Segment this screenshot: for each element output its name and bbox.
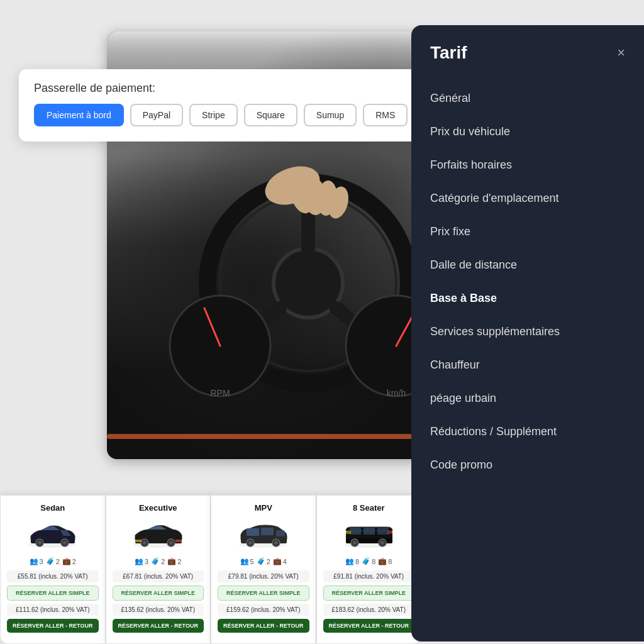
vehicle-name-mpv: MPV — [218, 503, 309, 513]
vehicle-img-sedan — [7, 518, 99, 552]
vehicle-specs-mpv: 👥 5 🧳 2 💼 4 — [218, 557, 309, 565]
panel-title: Tarif — [430, 43, 467, 63]
menu-item-vehicle-price[interactable]: Prix du véhicule — [430, 115, 625, 148]
book-one-way-8s[interactable]: RÉSERVER ALLER SIMPLE — [323, 586, 415, 601]
menu-item-reductions[interactable]: Réductions / Supplément — [430, 415, 625, 448]
svg-point-28 — [143, 541, 147, 545]
price-one-way-mpv: £79.81 (inclus. 20% VAT) — [218, 570, 309, 582]
vehicle-name-executive: Executive — [113, 503, 204, 513]
svg-point-30 — [169, 541, 173, 545]
menu-item-extra-services[interactable]: Services supplémentaires — [430, 315, 625, 348]
vehicle-img-mpv — [218, 518, 309, 552]
book-return-mpv[interactable]: RÉSERVER ALLER - RETOUR — [218, 619, 309, 633]
vehicle-card-8seater: 8 Seater 👥 8 🧳 8 💼 8 £91 — [316, 495, 422, 644]
menu-item-fixed-price[interactable]: Prix fixe — [430, 215, 625, 248]
price-return-exec: £135.62 (inclus. 20% VAT) — [113, 604, 204, 616]
svg-rect-39 — [247, 528, 259, 536]
payment-btn-rms[interactable]: RMS — [363, 104, 408, 126]
price-one-way-8s: £91.81 (inclus. 20% VAT) — [323, 570, 415, 582]
panel-header: Tarif × — [430, 43, 625, 63]
spec-passengers-exec: 👥 3 — [135, 557, 148, 565]
vehicle-specs-executive: 👥 3 🧳 2 💼 2 — [113, 557, 204, 565]
tarif-side-panel: Tarif × Général Prix du véhicule Forfait… — [411, 25, 644, 641]
spec-bags-small: 🧳 2 — [46, 557, 60, 565]
payment-gateway-card: Passerelle de paiement: Paiement à bord … — [19, 69, 434, 142]
vehicle-img-8seater — [323, 518, 415, 552]
vehicle-specs-8seater: 👥 8 🧳 8 💼 8 — [323, 557, 415, 565]
seater-car-svg — [342, 522, 396, 548]
svg-text:km/h: km/h — [387, 388, 406, 398]
svg-point-46 — [353, 541, 357, 545]
spec-bags-small-mpv: 🧳 2 — [257, 557, 270, 565]
svg-rect-49 — [350, 528, 361, 535]
svg-point-38 — [274, 541, 278, 545]
sedan-car-svg — [26, 522, 79, 548]
menu-item-promo[interactable]: Code promo — [430, 448, 625, 482]
spec-bags-large-8s: 💼 8 — [378, 557, 392, 565]
payment-btn-bord[interactable]: Paiement à bord — [34, 104, 124, 126]
spec-bags-small-8s: 🧳 8 — [362, 557, 375, 565]
payment-btn-square[interactable]: Square — [244, 104, 297, 126]
book-return-sedan[interactable]: RÉSERVER ALLER - RETOUR — [7, 619, 99, 633]
book-one-way-mpv[interactable]: RÉSERVER ALLER SIMPLE — [218, 586, 309, 601]
price-return-mpv: £159.62 (inclus. 20% VAT) — [218, 604, 309, 616]
menu-item-general[interactable]: Général — [430, 82, 625, 115]
svg-rect-51 — [377, 528, 389, 535]
vehicle-card-sedan: Sedan 👥 3 🧳 2 💼 2 £55.81 (inclus. 20% VA… — [0, 495, 106, 644]
book-one-way-sedan[interactable]: RÉSERVER ALLER SIMPLE — [7, 586, 99, 601]
price-return-sedan: £111.62 (inclus. 20% VAT) — [7, 604, 99, 616]
book-one-way-exec[interactable]: RÉSERVER ALLER SIMPLE — [113, 586, 204, 601]
vehicle-cards-container: Sedan 👥 3 🧳 2 💼 2 £55.81 (inclus. 20% VA… — [0, 495, 421, 644]
book-return-8s[interactable]: RÉSERVER ALLER - RETOUR — [323, 619, 415, 633]
payment-btn-stripe[interactable]: Stripe — [189, 104, 238, 126]
spec-passengers: 👥 3 — [30, 557, 43, 565]
payment-btn-sumup[interactable]: Sumup — [304, 104, 357, 126]
spec-passengers-8s: 👥 8 — [345, 557, 359, 565]
svg-rect-52 — [346, 531, 351, 534]
price-one-way-exec: £67.81 (inclus. 20% VAT) — [113, 570, 204, 582]
menu-item-hourly[interactable]: Forfaits horaires — [430, 148, 625, 182]
menu-item-urban-toll[interactable]: péage urbain — [430, 382, 625, 415]
close-panel-button[interactable]: × — [617, 45, 625, 61]
svg-point-22 — [38, 541, 42, 545]
price-return-8s: £183.62 (inclus. 20% VAT) — [323, 604, 415, 616]
svg-rect-31 — [135, 540, 142, 542]
menu-item-location-cat[interactable]: Catégorie d'emplacement — [430, 182, 625, 215]
executive-car-svg — [131, 522, 185, 548]
spec-passengers-mpv: 👥 5 — [240, 557, 254, 565]
payment-buttons-container: Paiement à bord PayPal Stripe Square Sum… — [34, 104, 419, 126]
price-one-way-sedan: £55.81 (inclus. 20% VAT) — [7, 570, 99, 582]
vehicle-name-8seater: 8 Seater — [323, 503, 415, 513]
spec-bags-large: 💼 2 — [62, 557, 76, 565]
svg-point-48 — [380, 541, 384, 545]
menu-item-base-to-base[interactable]: Base à Base — [430, 282, 625, 315]
svg-rect-41 — [276, 530, 285, 536]
payment-label: Passerelle de paiement: — [34, 82, 419, 95]
vehicle-specs-sedan: 👥 3 🧳 2 💼 2 — [7, 557, 99, 565]
spec-bags-large-mpv: 💼 4 — [273, 557, 287, 565]
book-return-exec[interactable]: RÉSERVER ALLER - RETOUR — [113, 619, 204, 633]
spec-bags-small-exec: 🧳 2 — [151, 557, 165, 565]
svg-point-24 — [63, 541, 67, 545]
menu-item-chauffeur[interactable]: Chauffeur — [430, 348, 625, 382]
svg-rect-40 — [261, 528, 274, 535]
vehicle-name-sedan: Sedan — [7, 503, 99, 513]
payment-btn-paypal[interactable]: PayPal — [130, 104, 183, 126]
vehicle-card-mpv: MPV 👥 5 🧳 2 💼 4 £79.81 (inclus. 20% VAT)… — [211, 495, 316, 644]
svg-text:RPM: RPM — [210, 388, 230, 398]
vehicle-card-executive: Executive 👥 3 🧳 2 💼 2 £67.81 (inclus. 20… — [106, 495, 211, 644]
svg-point-36 — [248, 541, 252, 545]
svg-rect-50 — [364, 528, 375, 535]
svg-rect-53 — [387, 531, 392, 534]
mpv-car-svg — [236, 522, 290, 548]
vehicle-img-executive — [113, 518, 204, 552]
svg-rect-32 — [175, 540, 182, 542]
menu-item-distance-slab[interactable]: Dalle de distance — [430, 248, 625, 282]
spec-bags-large-exec: 💼 2 — [167, 557, 181, 565]
